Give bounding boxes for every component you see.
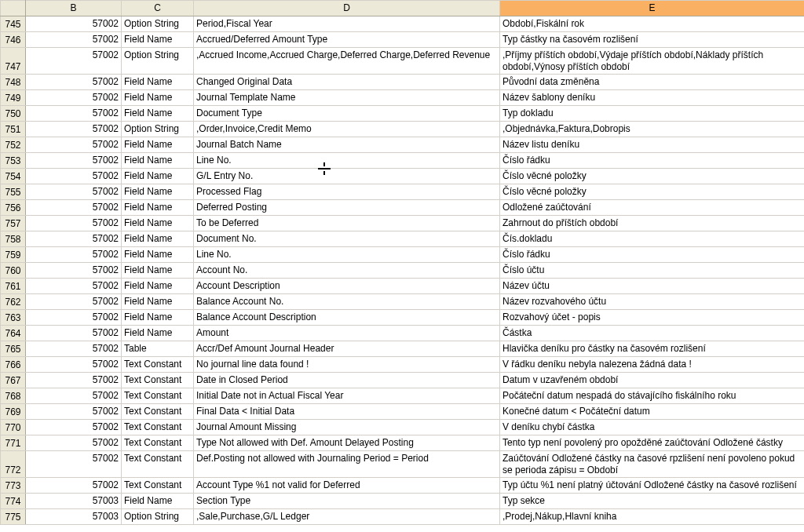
cell[interactable]: V řádku deníku nebyla nalezena žádná dat… [500,357,805,373]
row-header[interactable]: 749 [1,90,26,106]
row-header[interactable]: 769 [1,404,26,420]
row-header[interactable]: 775 [1,509,26,525]
cell[interactable]: 57002 [26,247,122,263]
cell[interactable]: 57002 [26,357,122,373]
cell[interactable]: Čís.dokladu [500,231,805,247]
cell[interactable]: Final Data < Initial Data [194,404,500,420]
cell[interactable]: 57002 [26,16,122,32]
cell[interactable]: Tento typ není povolený pro opožděné zaú… [500,435,805,451]
row-header[interactable]: 752 [1,137,26,153]
cell[interactable]: Typ dokladu [500,106,805,122]
cell[interactable]: 57002 [26,122,122,137]
cell[interactable]: Zahrnout do příštích období [500,216,805,231]
cell[interactable]: No journal line data found ! [194,357,500,373]
row-header[interactable]: 765 [1,341,26,357]
cell[interactable]: Číslo věcné položky [500,184,805,200]
cell[interactable]: To be Deferred [194,216,500,231]
cell[interactable]: 57002 [26,153,122,169]
cell[interactable]: Číslo řádku [500,247,805,263]
cell[interactable]: Document Type [194,106,500,122]
cell[interactable]: Název účtu [500,279,805,294]
cell[interactable]: Def.Posting not allowed with Journaling … [194,451,500,478]
cell[interactable]: Field Name [122,32,194,48]
cell[interactable]: Název listu deníku [500,137,805,153]
cell[interactable]: 57002 [26,263,122,279]
cell[interactable]: Table [122,341,194,357]
cell[interactable]: Field Name [122,153,194,169]
cell[interactable]: Field Name [122,216,194,231]
cell[interactable]: 57002 [26,326,122,341]
row-header[interactable]: 761 [1,279,26,294]
row-header[interactable]: 773 [1,478,26,494]
cell[interactable]: 57002 [26,231,122,247]
cell[interactable]: 57002 [26,75,122,90]
cell[interactable]: 57002 [26,48,122,75]
cell[interactable]: Field Name [122,184,194,200]
cell[interactable]: Datum v uzavřeném období [500,373,805,388]
row-header[interactable]: 750 [1,106,26,122]
row-header[interactable]: 767 [1,373,26,388]
cell[interactable]: 57002 [26,216,122,231]
row-header[interactable]: 766 [1,357,26,373]
cell[interactable]: Číslo řádku [500,153,805,169]
cell[interactable]: Text Constant [122,435,194,451]
cell[interactable]: Field Name [122,310,194,326]
cell[interactable]: Option String [122,16,194,32]
cell[interactable]: Field Name [122,294,194,310]
cell[interactable]: Text Constant [122,388,194,404]
cell[interactable]: Field Name [122,169,194,184]
cell[interactable]: 57002 [26,90,122,106]
col-header-e[interactable]: E [500,1,805,16]
cell[interactable]: Field Name [122,90,194,106]
cell[interactable]: Text Constant [122,404,194,420]
cell[interactable]: 57002 [26,294,122,310]
select-all-corner[interactable] [1,1,26,16]
cell[interactable]: Deferred Posting [194,200,500,216]
row-header[interactable]: 757 [1,216,26,231]
cell[interactable]: Zaúčtování Odložené částky na časové rpz… [500,451,805,478]
cell[interactable]: 57002 [26,404,122,420]
cell[interactable]: 57003 [26,494,122,509]
cell[interactable]: Text Constant [122,478,194,494]
cell[interactable]: Accr/Def Amount Journal Header [194,341,500,357]
cell[interactable]: Field Name [122,137,194,153]
row-header[interactable]: 747 [1,48,26,75]
row-header[interactable]: 759 [1,247,26,263]
cell[interactable]: Account Description [194,279,500,294]
row-header[interactable]: 771 [1,435,26,451]
cell[interactable]: Číslo věcné položky [500,169,805,184]
row-header[interactable]: 758 [1,231,26,247]
cell[interactable]: 57002 [26,106,122,122]
cell[interactable]: Option String [122,122,194,137]
cell[interactable]: Typ účtu %1 není platný účtování Odložen… [500,478,805,494]
cell[interactable]: 57002 [26,32,122,48]
cell[interactable]: Type Not allowed with Def. Amount Delaye… [194,435,500,451]
cell[interactable]: Field Name [122,75,194,90]
row-header[interactable]: 751 [1,122,26,137]
cell[interactable]: 57002 [26,184,122,200]
cell[interactable]: ,Objednávka,Faktura,Dobropis [500,122,805,137]
row-header[interactable]: 770 [1,420,26,435]
row-header[interactable]: 774 [1,494,26,509]
cell[interactable]: 57002 [26,341,122,357]
cell[interactable]: Account No. [194,263,500,279]
row-header[interactable]: 772 [1,451,26,478]
cell[interactable]: Field Name [122,247,194,263]
cell[interactable]: Period,Fiscal Year [194,16,500,32]
cell[interactable]: Text Constant [122,451,194,478]
cell[interactable]: Počáteční datum nespadá do stávajícího f… [500,388,805,404]
cell[interactable]: 57003 [26,509,122,525]
cell[interactable]: Balance Account Description [194,310,500,326]
cell[interactable]: Field Name [122,263,194,279]
cell[interactable]: Typ sekce [500,494,805,509]
cell[interactable]: V deníku chybí částka [500,420,805,435]
cell[interactable]: Konečné datum < Počáteční datum [500,404,805,420]
cell[interactable]: Document No. [194,231,500,247]
cell[interactable]: Section Type [194,494,500,509]
cell[interactable]: Číslo účtu [500,263,805,279]
row-header[interactable]: 754 [1,169,26,184]
row-header[interactable]: 746 [1,32,26,48]
col-header-c[interactable]: C [122,1,194,16]
row-header[interactable]: 756 [1,200,26,216]
cell[interactable]: Amount [194,326,500,341]
